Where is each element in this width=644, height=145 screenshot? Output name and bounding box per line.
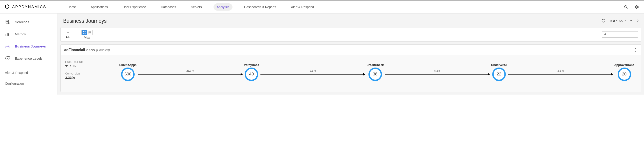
svg-rect-25 xyxy=(90,32,91,32)
svg-rect-21 xyxy=(85,33,86,33)
sidebar: Searches Metrics xyxy=(0,13,58,95)
brand-name: APPDYNAMICS xyxy=(12,5,46,9)
nav-applications[interactable]: Applications xyxy=(88,3,111,10)
topbar: APPDYNAMICS Home Applications User Exper… xyxy=(0,0,644,13)
help-icon[interactable]: ? xyxy=(636,19,638,23)
svg-rect-26 xyxy=(88,33,89,33)
toolbar: + Add xyxy=(60,27,641,42)
nav-databases[interactable]: Databases xyxy=(158,3,179,10)
sidebar-item-business-journeys[interactable]: Business Journeys xyxy=(0,40,58,52)
flow-edge-label: 21.7 m xyxy=(186,69,194,72)
svg-rect-12 xyxy=(6,36,9,36)
top-navigation: Home Applications User Experience Databa… xyxy=(64,3,623,10)
nav-dashboards-reports[interactable]: Dashboards & Reports xyxy=(241,3,280,10)
svg-point-28 xyxy=(604,33,606,35)
refresh-icon[interactable] xyxy=(601,18,606,24)
svg-point-1 xyxy=(624,5,627,8)
sidebar-item-configuration[interactable]: Configuration xyxy=(0,78,58,89)
conversion-label: Conversion xyxy=(65,72,117,75)
nav-home[interactable]: Home xyxy=(64,3,79,10)
nav-analytics[interactable]: Analytics xyxy=(214,3,232,10)
global-search-icon[interactable] xyxy=(623,4,629,10)
svg-line-2 xyxy=(626,7,628,8)
journey-stats: END-TO-END 31.1 m Conversion 3.33% xyxy=(65,59,117,85)
nav-servers[interactable]: Servers xyxy=(188,3,205,10)
searches-icon xyxy=(5,19,10,24)
time-range-label: last 1 hour xyxy=(610,19,626,23)
sidebar-item-searches[interactable]: Searches xyxy=(0,16,58,28)
view-label: View xyxy=(84,36,90,39)
brand-logo[interactable]: APPDYNAMICS xyxy=(4,4,46,10)
journey-flow-chart: SubmitApps 600 21.7 m VerifyDocs 40 xyxy=(117,59,636,85)
flow-edge-label: 5.2 m xyxy=(434,69,440,72)
time-range-selector[interactable]: last 1 hour xyxy=(610,19,632,23)
flow-node-approvaldone[interactable]: ApprovalDone 20 xyxy=(614,63,634,81)
flow-node-value: 22 xyxy=(492,68,506,81)
svg-rect-9 xyxy=(6,34,6,36)
page-header: Business Journeys last 1 hour xyxy=(58,13,644,27)
conversion-value: 3.33% xyxy=(65,76,117,79)
journey-body: END-TO-END 31.1 m Conversion 3.33% Submi… xyxy=(61,55,641,92)
sidebar-item-label: Searches xyxy=(15,20,29,24)
flow-node-submitapps[interactable]: SubmitApps 600 xyxy=(119,63,137,81)
sidebar-item-label: Experience Levels xyxy=(15,56,42,60)
add-label: Add xyxy=(66,36,70,39)
svg-rect-23 xyxy=(90,31,91,32)
flow-node-value: 600 xyxy=(121,68,134,81)
nav-alert-respond[interactable]: Alert & Respond xyxy=(288,3,317,10)
flow-edge: 5.2 m xyxy=(385,68,490,81)
appdynamics-logo-icon xyxy=(4,4,10,10)
sidebar-item-label: Alert & Respond xyxy=(5,71,28,75)
flow-node-creditcheck[interactable]: CreditCheck 38 xyxy=(366,63,384,81)
sidebar-item-label: Configuration xyxy=(5,82,24,85)
sidebar-separator xyxy=(0,66,58,66)
nav-user-experience[interactable]: User Experience xyxy=(120,3,149,10)
flow-node-underwrite[interactable]: UnderWrite 22 xyxy=(491,63,507,81)
flow-edge: 2.2 m xyxy=(508,68,613,81)
view-button-group: View xyxy=(80,30,94,39)
search-icon xyxy=(604,32,606,36)
plus-icon: + xyxy=(67,30,70,35)
svg-rect-22 xyxy=(88,31,89,32)
svg-rect-3 xyxy=(6,20,8,23)
sidebar-item-alert-respond[interactable]: Alert & Respond xyxy=(0,67,58,78)
svg-rect-20 xyxy=(83,33,84,33)
flow-node-value: 38 xyxy=(368,68,382,81)
metrics-icon xyxy=(5,31,10,36)
svg-line-29 xyxy=(606,34,606,35)
flow-node-verifydocs[interactable]: VerifyDocs 40 xyxy=(244,63,259,81)
end-to-end-value: 31.1 m xyxy=(65,64,117,68)
journey-status: (Enabled) xyxy=(96,48,110,52)
view-toggle xyxy=(82,30,93,35)
svg-point-13 xyxy=(6,47,6,47)
flow-node-value: 40 xyxy=(245,68,258,81)
toolbar-divider xyxy=(76,30,76,39)
topbar-actions xyxy=(623,4,640,10)
end-to-end-label: END-TO-END xyxy=(65,61,117,64)
settings-gear-icon[interactable] xyxy=(634,4,640,10)
search-box[interactable] xyxy=(602,31,638,38)
svg-rect-27 xyxy=(90,33,91,33)
svg-point-14 xyxy=(9,47,10,47)
svg-rect-11 xyxy=(8,33,9,36)
journey-name: adFinancialLoans xyxy=(64,48,95,52)
search-input[interactable] xyxy=(608,33,636,36)
flow-node-label: ApprovalDone xyxy=(614,63,634,67)
svg-rect-18 xyxy=(83,31,84,32)
flow-node-label: CreditCheck xyxy=(366,63,384,67)
grid-view-button[interactable] xyxy=(82,30,87,35)
list-view-button[interactable] xyxy=(87,30,92,35)
svg-text:+: + xyxy=(7,58,8,60)
flow-node-label: VerifyDocs xyxy=(244,63,259,67)
svg-rect-24 xyxy=(88,32,89,33)
journey-menu-button[interactable]: ⋮ xyxy=(634,47,638,52)
sidebar-item-label: Metrics xyxy=(15,32,26,36)
journey-header: adFinancialLoans (Enabled) ⋮ xyxy=(61,45,641,55)
add-button[interactable]: + Add xyxy=(64,30,72,39)
sidebar-item-metrics[interactable]: Metrics xyxy=(0,28,58,40)
chevron-down-icon xyxy=(629,19,632,23)
experience-levels-icon: + xyxy=(5,56,10,61)
journey-card: adFinancialLoans (Enabled) ⋮ END-TO-END … xyxy=(60,44,641,92)
flow-node-label: UnderWrite xyxy=(491,63,507,67)
sidebar-item-experience-levels[interactable]: + Experience Levels xyxy=(0,52,58,64)
